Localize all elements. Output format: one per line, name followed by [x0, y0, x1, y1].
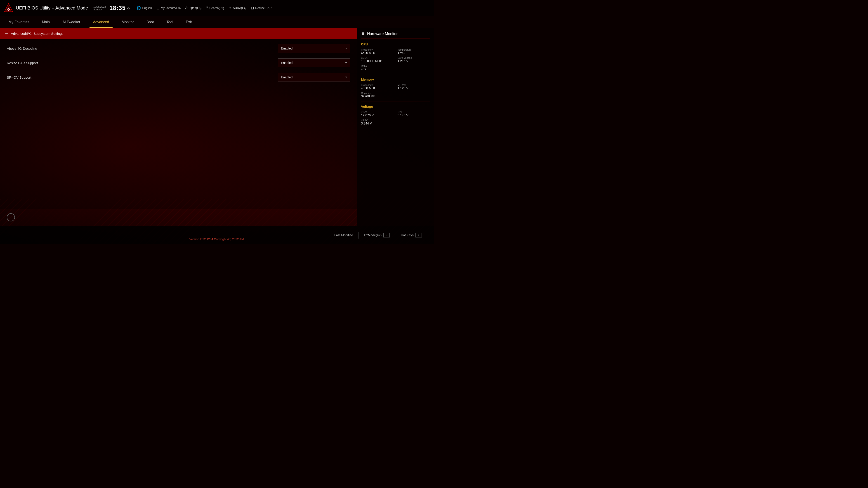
last-modified-button[interactable]: Last Modified [329, 226, 359, 244]
toolbar-aura[interactable]: ✦ AURA(F4) [228, 6, 246, 10]
dropdown-above-4g[interactable]: Enabled ▼ [278, 44, 350, 53]
app-title: UEFI BIOS Utility – Advanced Mode [16, 5, 88, 11]
setting-control-resize-bar[interactable]: Enabled ▼ [278, 58, 350, 67]
cpu-core-voltage-value: 1.216 V [398, 59, 431, 63]
nav-item-main[interactable]: Main [36, 16, 56, 28]
hot-keys-label: Hot Keys [401, 233, 414, 237]
dropdown-value-sr-iov: Enabled [281, 75, 292, 79]
cpu-ratio-item: Ratio 45x [361, 65, 394, 71]
datetime-area: 12/25/2022 Sunday [93, 5, 106, 11]
cpu-section-label: CPU [361, 42, 430, 46]
nav-item-exit[interactable]: Exit [180, 16, 198, 28]
nav-label-my-favorites: My Favorites [8, 20, 29, 24]
nav-item-advanced[interactable]: Advanced [87, 16, 115, 28]
memory-mc-volt-label: MC Volt [398, 84, 431, 86]
date-display: 12/25/2022 [93, 5, 106, 8]
voltage-section-label: Voltage [361, 105, 430, 108]
cpu-bclk-item: BCLK 100.0000 MHz [361, 57, 394, 63]
settings-gear-icon[interactable]: ⚙ [127, 6, 130, 10]
time-display: 18:35 [110, 4, 126, 11]
logo-area: UEFI BIOS Utility – Advanced Mode [4, 3, 88, 13]
voltage-12v-item: +12V 12.076 V [361, 111, 394, 117]
dropdown-arrow-sr-iov-icon: ▼ [345, 76, 347, 79]
nav-item-monitor[interactable]: Monitor [115, 16, 140, 28]
voltage-monitor-grid: +12V 12.076 V +5V 5.140 V +3.3V 3.344 V [361, 111, 430, 125]
info-button[interactable]: i [7, 213, 15, 221]
bottom-actions: Last Modified EzMode(F7) → Hot Keys ? [329, 226, 427, 244]
cpu-memory-divider [361, 74, 430, 74]
ez-mode-icon: → [383, 233, 390, 237]
breadcrumb-back-icon[interactable]: ← [4, 31, 8, 36]
nav-label-tool: Tool [166, 20, 173, 24]
memory-monitor-grid: Frequency 4800 MHz MC Volt 1.120 V Capac… [361, 84, 430, 98]
setting-control-sr-iov[interactable]: Enabled ▼ [278, 73, 350, 82]
memory-capacity-value: 32768 MB [361, 94, 394, 98]
info-icon: i [10, 215, 11, 220]
memory-frequency-item: Frequency 4800 MHz [361, 84, 394, 90]
cpu-temperature-label: Temperature [398, 48, 431, 51]
toolbar-language[interactable]: 🌐 English [136, 6, 152, 10]
voltage-5v-item: +5V 5.140 V [398, 111, 431, 117]
resizebar-icon: ⊡ [251, 6, 254, 10]
day-display: Sunday [93, 8, 102, 11]
aura-icon: ✦ [228, 6, 231, 10]
myfavorite-icon: ⊞ [156, 6, 159, 10]
last-modified-label: Last Modified [334, 233, 353, 237]
voltage-12v-value: 12.076 V [361, 113, 394, 117]
hot-keys-icon: ? [415, 233, 422, 237]
toolbar-resizebar[interactable]: ⊡ ReSize BAR [251, 6, 272, 10]
toolbar-search[interactable]: ? Search(F9) [206, 6, 224, 10]
setting-label-sr-iov: SR-IOV Support [7, 75, 278, 79]
ez-mode-button[interactable]: EzMode(F7) → [359, 226, 395, 244]
qfan-icon: ♺ [185, 6, 188, 10]
search-icon: ? [206, 6, 208, 10]
language-icon: 🌐 [136, 6, 141, 10]
cpu-frequency-value: 4500 MHz [361, 51, 394, 55]
memory-mc-volt-value: 1.120 V [398, 86, 431, 90]
nav-item-tool[interactable]: Tool [160, 16, 180, 28]
nav-item-ai-tweaker[interactable]: Ai Tweaker [56, 16, 87, 28]
voltage-12v-label: +12V [361, 111, 394, 113]
toolbar-myfavorite[interactable]: ⊞ MyFavorite(F3) [156, 6, 181, 10]
setting-row-resize-bar: Resize BAR Support Enabled ▼ [0, 56, 357, 70]
dropdown-resize-bar[interactable]: Enabled ▼ [278, 58, 350, 67]
toolbar-qfan[interactable]: ♺ Qfan(F6) [185, 6, 202, 10]
memory-frequency-label: Frequency [361, 84, 394, 86]
dropdown-sr-iov[interactable]: Enabled ▼ [278, 73, 350, 82]
voltage-33v-label: +3.3V [361, 119, 394, 122]
voltage-33v-item: +3.3V 3.344 V [361, 119, 394, 125]
toolbar-search-label: Search(F9) [209, 6, 224, 10]
cpu-ratio-value: 45x [361, 67, 394, 71]
voltage-5v-label: +5V [398, 111, 431, 113]
cpu-frequency-label: Frequency [361, 48, 394, 51]
dropdown-arrow-resize-bar-icon: ▼ [345, 61, 347, 64]
hardware-monitor-title: 🖥 Hardware Monitor [361, 32, 430, 39]
ez-mode-label: EzMode(F7) [364, 233, 381, 237]
cpu-core-voltage-item: Core Voltage 1.216 V [398, 57, 431, 63]
cpu-monitor-grid: Frequency 4500 MHz Temperature 17°C BCLK… [361, 48, 430, 71]
cpu-ratio-label: Ratio [361, 65, 394, 67]
cpu-bclk-value: 100.0000 MHz [361, 59, 394, 63]
cpu-core-voltage-label: Core Voltage [398, 57, 431, 59]
setting-control-above-4g[interactable]: Enabled ▼ [278, 44, 350, 53]
nav-label-main: Main [42, 20, 50, 24]
hot-keys-button[interactable]: Hot Keys ? [395, 226, 427, 244]
version-text: Version 2.22.1284 Copyright (C) 2022 AMI [189, 237, 245, 241]
nav-item-my-favorites[interactable]: My Favorites [2, 16, 36, 28]
toolbar-language-label: English [143, 6, 152, 10]
monitor-icon: 🖥 [361, 32, 365, 36]
dropdown-value-resize-bar: Enabled [281, 61, 292, 65]
setting-label-above-4g: Above 4G Decoding [7, 46, 278, 51]
settings-list: Above 4G Decoding Enabled ▼ Resize BAR S… [0, 39, 357, 209]
toolbar-resizebar-label: ReSize BAR [255, 6, 272, 10]
top-bar: UEFI BIOS Utility – Advanced Mode 12/25/… [0, 0, 434, 16]
dropdown-arrow-above-4g-icon: ▼ [345, 47, 347, 50]
cpu-frequency-item: Frequency 4500 MHz [361, 48, 394, 55]
setting-label-resize-bar: Resize BAR Support [7, 61, 278, 65]
nav-item-boot[interactable]: Boot [140, 16, 160, 28]
time-row: 18:35 ⚙ [110, 4, 130, 11]
nav-label-exit: Exit [186, 20, 192, 24]
breadcrumb-path: Advanced\PCI Subsystem Settings [11, 32, 64, 35]
cpu-temperature-item: Temperature 17°C [398, 48, 431, 55]
toolbar-myfavorite-label: MyFavorite(F3) [161, 6, 181, 10]
